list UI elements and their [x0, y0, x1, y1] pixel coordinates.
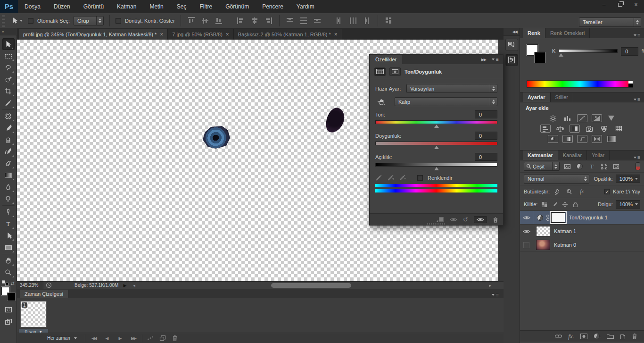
layer-name[interactable]: Katman 1: [554, 228, 576, 234]
eyedropper-tool[interactable]: [2, 97, 15, 109]
lightness-slider[interactable]: [375, 163, 497, 167]
delete-frame-trash-icon[interactable]: [169, 334, 181, 343]
visibility-eye-icon[interactable]: [523, 229, 530, 234]
align-right-edges-icon[interactable]: [264, 17, 272, 24]
doc-tab-7jpg[interactable]: 7.jpg @ 50% (RGB/8) ×: [168, 29, 234, 40]
rectangle-shape-tool[interactable]: [2, 242, 15, 253]
vibrance-icon[interactable]: [606, 114, 617, 122]
scroll-left-icon[interactable]: ◂: [133, 283, 135, 288]
toolbar-collapse[interactable]: »: [0, 28, 17, 35]
levels-icon[interactable]: [562, 114, 573, 122]
screen-mode-button[interactable]: [2, 316, 15, 327]
k-slider-thumb[interactable]: [559, 53, 563, 57]
lightness-value-field[interactable]: 0: [475, 153, 497, 161]
new-adjustment-layer-icon[interactable]: .: [594, 333, 601, 339]
horizontal-scrollbar-thumb[interactable]: [271, 283, 351, 288]
tab-stiller[interactable]: Stiller: [551, 92, 574, 102]
auto-align-layers-icon[interactable]: [385, 17, 393, 24]
pin-image-icon[interactable]: [565, 187, 574, 196]
show-transform-controls-checkbox[interactable]: [116, 18, 121, 24]
hue-slider-thumb[interactable]: [434, 125, 439, 128]
menu-metin[interactable]: Metin: [143, 0, 170, 13]
auto-select-dropdown[interactable]: Grup: [74, 16, 104, 25]
tab-close-icon[interactable]: ×: [334, 31, 338, 38]
new-group-folder-icon[interactable]: [607, 334, 614, 339]
tab-kanallar[interactable]: Kanallar: [558, 151, 587, 160]
play-button[interactable]: ▶: [114, 334, 127, 343]
restore-button[interactable]: [612, 0, 628, 9]
saturation-value-field[interactable]: 0: [475, 132, 497, 140]
gradient-map-icon[interactable]: [606, 135, 617, 143]
zoom-level-field[interactable]: 345.23%: [17, 282, 43, 289]
color-balance-icon[interactable]: [555, 125, 565, 133]
opacity-field[interactable]: 100%: [616, 175, 640, 183]
link-layers-icon[interactable]: [555, 334, 562, 338]
quick-selection-tool[interactable]: [2, 74, 15, 85]
menu-dosya[interactable]: Dosya: [18, 0, 47, 13]
status-popup-arrow-icon[interactable]: ▶: [123, 283, 126, 288]
filter-shape-layers-icon[interactable]: [599, 162, 609, 171]
tab-close-icon[interactable]: ×: [160, 31, 163, 38]
mask-link-icon[interactable]: [546, 215, 549, 221]
propagate-frame-checkbox[interactable]: ✓: [604, 189, 610, 194]
align-left-edges-icon[interactable]: [237, 17, 245, 24]
dodge-tool[interactable]: [2, 193, 15, 205]
panel-resize-grip[interactable]: [427, 223, 446, 225]
lightness-slider-thumb[interactable]: [434, 167, 439, 170]
hue-slider[interactable]: [375, 120, 497, 124]
animation-frame-1[interactable]: 1: [21, 301, 46, 327]
adjustments-panel-menu-icon[interactable]: ≡: [634, 97, 640, 102]
add-layer-mask-icon[interactable]: [580, 334, 587, 339]
pin-effects-icon[interactable]: fx: [577, 187, 586, 196]
eyedropper-sample-icon[interactable]: [375, 174, 382, 181]
crop-tool[interactable]: [2, 85, 15, 97]
properties-titlebar[interactable]: Özellikler ▶▶ ≡: [370, 55, 503, 64]
targeted-adjustment-hand-icon[interactable]: [375, 98, 387, 106]
eyedropper-add-icon[interactable]: [387, 174, 394, 181]
lock-pixels-icon[interactable]: [551, 201, 558, 208]
minimize-button[interactable]: –: [596, 0, 612, 9]
distribute-horizontal-centers-icon[interactable]: [349, 17, 357, 24]
history-brush-tool[interactable]: [2, 146, 15, 158]
zoom-tool[interactable]: [2, 267, 15, 278]
layer-row-katman0[interactable]: Katman 0: [520, 238, 644, 252]
menu-pencere[interactable]: Pencere: [256, 0, 290, 13]
reset-adjustment-icon[interactable]: ↺: [463, 216, 468, 223]
selective-color-icon[interactable]: [592, 135, 602, 143]
visibility-empty-icon[interactable]: [523, 242, 529, 248]
type-tool[interactable]: T: [2, 218, 15, 230]
k-slider-track[interactable]: [559, 49, 618, 53]
tab-katmanlar[interactable]: Katmanlar: [523, 151, 558, 160]
fill-field[interactable]: 100%: [616, 200, 640, 209]
filter-smart-objects-icon[interactable]: [611, 162, 621, 171]
pin-transparency-icon[interactable]: [553, 187, 562, 196]
next-frame-button[interactable]: ▶▶: [127, 334, 140, 343]
view-previous-state-icon[interactable]: [450, 217, 457, 222]
doc-tab-profil[interactable]: profil.jpg @ 345% (Ton/Doygunluk 1, Katm…: [19, 29, 168, 40]
color-lookup-icon[interactable]: [613, 125, 624, 133]
menu-katman[interactable]: Katman: [110, 0, 143, 13]
hue-value-field[interactable]: 0: [475, 110, 497, 118]
distribute-vertical-centers-icon[interactable]: [300, 17, 308, 24]
adjustment-controls-icon[interactable]: [374, 67, 386, 76]
menu-gorunum[interactable]: Görünüm: [219, 0, 256, 13]
filter-adjustment-layers-icon[interactable]: [575, 162, 584, 171]
tab-yollar[interactable]: Yollar: [587, 151, 610, 160]
duplicate-frame-icon[interactable]: [157, 334, 169, 343]
healing-brush-tool[interactable]: [2, 110, 15, 122]
move-tool-preset-icon[interactable]: [10, 15, 24, 26]
brightness-contrast-icon[interactable]: [548, 114, 558, 122]
first-frame-button[interactable]: ◀◀: [87, 334, 100, 343]
align-top-edges-icon[interactable]: [188, 17, 196, 24]
default-colors-icon[interactable]: [2, 280, 8, 286]
new-layer-icon[interactable]: [620, 333, 626, 339]
align-vertical-centers-icon[interactable]: [201, 17, 209, 24]
collapse-panel-icon[interactable]: ▶▶: [481, 58, 486, 62]
photo-filter-icon[interactable]: [584, 125, 594, 133]
filter-toggle-switch[interactable]: [636, 162, 640, 170]
filter-pixel-layers-icon[interactable]: [562, 162, 572, 171]
tab-renk[interactable]: Renk: [523, 28, 545, 38]
exposure-icon[interactable]: [592, 114, 602, 122]
timeline-tab[interactable]: Zaman Çizelgesi: [20, 290, 68, 298]
layer-row-katman1[interactable]: Katman 1: [520, 225, 644, 238]
